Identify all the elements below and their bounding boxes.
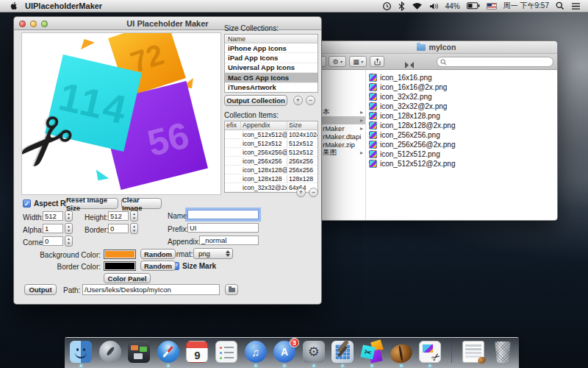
color-panel-button[interactable]: Color Panel (104, 273, 151, 283)
size-collection-row[interactable]: Universal App Icons (225, 63, 318, 73)
height-stepper[interactable]: ▲▼ (130, 210, 138, 222)
xcode-icon[interactable] (331, 337, 354, 368)
add-collection-button[interactable]: + (293, 96, 303, 105)
random-border-button[interactable]: Random (140, 261, 176, 271)
collection-item-row[interactable]: icon_128x128 128x128 (225, 174, 318, 183)
name-column-header[interactable]: Name (225, 35, 318, 43)
browse-folder-button[interactable] (225, 284, 238, 295)
view-options-button[interactable]: ▦▾ (349, 56, 367, 67)
file-row[interactable]: icon_32x32@2x.png (367, 102, 557, 111)
appendix-input[interactable]: _normal (199, 236, 259, 245)
file-row[interactable]: icon_256x256@2x.png (367, 140, 557, 149)
aspect-ratio-checkbox[interactable] (23, 199, 31, 208)
finder-column-row[interactable]: 果图 ▸ (315, 149, 365, 157)
path-input[interactable]: /Users/leks/Desktop/myIcon (82, 284, 220, 295)
dock-app-tile[interactable] (99, 341, 121, 363)
minimized-window-icon[interactable] (462, 337, 485, 368)
collection-item-row[interactable]: icon_512x512@2x 1024x1024 (225, 130, 318, 139)
file-row[interactable]: icon_32x32.png (367, 92, 557, 102)
dock-app-tile[interactable] (387, 342, 414, 366)
size-collection-row[interactable]: iTunesArtwork (225, 83, 318, 93)
spotlight-icon[interactable] (556, 1, 564, 10)
appendix-column-header[interactable]: Appendix (241, 121, 287, 130)
finder-column-row[interactable]: 本 ▸ (315, 108, 365, 116)
width-stepper[interactable]: ▲▼ (65, 210, 73, 222)
app-store-icon[interactable]: A 3 (273, 337, 296, 368)
time-machine-icon[interactable] (382, 1, 392, 11)
dock-app-tile[interactable] (70, 341, 92, 363)
dock-app-tile[interactable]: 9 (186, 341, 208, 363)
alpha-stepper[interactable]: ▲▼ (65, 223, 73, 234)
border-color-swatch[interactable] (104, 261, 136, 271)
itunes-icon[interactable]: ♫ (244, 337, 268, 368)
finder-title-bar[interactable]: myIcon (315, 41, 557, 54)
finder-icon[interactable] (69, 337, 93, 368)
reminders-icon[interactable] (215, 337, 238, 368)
battery-icon[interactable] (467, 2, 480, 10)
notification-center-icon[interactable] (571, 2, 581, 10)
dock-divider[interactable] (448, 337, 456, 368)
file-row[interactable]: icon_512x512@2x.png (367, 159, 557, 169)
collection-item-row[interactable]: icon_256x256 256x256 (225, 157, 318, 166)
zoom-button[interactable] (41, 21, 48, 27)
finder-search-input[interactable] (437, 57, 553, 67)
dock-app-tile[interactable] (451, 337, 452, 363)
dock-app-tile[interactable] (128, 341, 150, 363)
output-collection-button[interactable]: Output Collection (224, 95, 287, 106)
dock-app-tile[interactable]: ♫ (245, 341, 267, 363)
mission-control-icon[interactable] (127, 337, 151, 368)
gear-menu-button[interactable]: ⚙▾ (329, 56, 346, 67)
alpha-input[interactable]: 1 (43, 224, 63, 233)
clear-image-button[interactable]: Clear Image (121, 198, 162, 209)
ui-placeholder-maker-icon[interactable]: ✂ (360, 337, 384, 368)
size-collection-row[interactable]: iPhone App Icons (225, 43, 318, 53)
image-preview[interactable]: 72 56 114 ✂ (21, 32, 221, 195)
file-row[interactable]: icon_16x16@2x.png (367, 82, 557, 92)
menubar-clock[interactable]: 周一 下午9:57 (503, 1, 549, 11)
size-collection-row[interactable]: Mac OS App Icons (225, 73, 318, 82)
border-stepper[interactable]: ▲▼ (130, 223, 138, 234)
calendar-icon[interactable]: 9 (185, 337, 209, 368)
apple-menu-icon[interactable] (9, 1, 18, 12)
format-dropdown[interactable]: png (193, 248, 233, 259)
dock-app-tile[interactable] (157, 341, 179, 363)
reset-image-size-button[interactable]: Reset Image Size (65, 198, 118, 209)
dock-app-tile[interactable] (215, 341, 237, 363)
size-collection-row[interactable]: iPad App Icons (225, 53, 318, 63)
image-clipper-icon[interactable]: ✂ (418, 337, 442, 368)
system-preferences-icon[interactable]: ⚙ (302, 337, 326, 368)
bluetooth-icon[interactable] (398, 1, 405, 11)
launchpad-icon[interactable] (98, 337, 122, 368)
add-item-button[interactable]: + (296, 188, 306, 197)
volume-icon[interactable] (429, 2, 439, 10)
collection-item-row[interactable]: icon_128x128@2x 256x256 (225, 166, 318, 174)
collection-item-row[interactable]: icon_256x256@2x 512x512 (225, 148, 318, 157)
trash-icon[interactable] (491, 337, 514, 368)
border-input[interactable]: 0 (108, 224, 129, 233)
dock-app-tile[interactable]: ⚙ (303, 341, 325, 363)
remove-item-button[interactable]: − (309, 188, 318, 197)
corner-input[interactable]: 0 (43, 236, 63, 246)
collection-item-row[interactable]: icon_512x512 512x512 (225, 139, 318, 148)
background-color-swatch[interactable] (104, 250, 136, 259)
finder-column-row[interactable]: rMaker.dtapi (315, 132, 365, 141)
dock-app-tile[interactable]: ✂ (361, 341, 383, 363)
file-row[interactable]: icon_128x128@2x.png (367, 121, 557, 130)
file-row[interactable]: icon_128x128.png (367, 111, 557, 121)
dock-app-tile[interactable] (462, 341, 484, 363)
close-button[interactable] (19, 21, 26, 27)
size-column-header[interactable]: Size (287, 121, 318, 130)
share-button[interactable] (370, 56, 384, 67)
finder-column-row[interactable]: rMaker ▸ (315, 124, 365, 132)
bean-app-icon[interactable] (390, 337, 413, 368)
finder-column-row[interactable]: ▸ (315, 116, 365, 124)
output-button[interactable]: Output (24, 284, 57, 295)
height-input[interactable]: 512 (108, 211, 129, 221)
prefix-column-header[interactable]: efix (225, 121, 241, 130)
dock-app-tile[interactable]: ✂ (419, 341, 441, 363)
menubar-app-name[interactable]: UIPlaceholderMaker (25, 1, 102, 10)
remove-collection-button[interactable]: − (306, 96, 315, 105)
dock-app-tile[interactable]: A 3 (273, 341, 295, 363)
dock-app-tile[interactable] (331, 341, 354, 363)
file-row[interactable]: icon_256x256.png (367, 130, 557, 140)
